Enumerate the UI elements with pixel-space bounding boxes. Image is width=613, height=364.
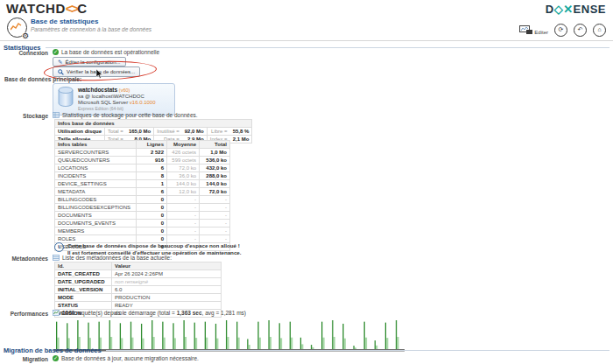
db-name: watchdocstats [78,87,117,93]
connexion-status-text: La base de données est opérationnelle [61,49,159,55]
total-value: - [200,228,230,235]
moyenne-value: - [167,204,200,212]
header-divider [0,40,613,41]
storage-tables-header-row: Infos tables Lignes Moyenne Total [55,141,230,149]
lignes-value: 0 [137,204,167,212]
moyenne-value: 599 octets [167,157,200,164]
lignes-value: 2 522 [137,149,167,157]
total-value: 72,0 ko [200,188,230,196]
table-name: INCIDENTS [55,172,137,180]
table-name: QUEUEDCOUNTERS [55,157,137,164]
metadata-row: MODEPRODUCTION [55,294,222,302]
home-button[interactable]: ⌂ [593,24,606,37]
verify-db-label: Vérifier la base de données... [67,69,135,74]
stockage-intro: Statistiques de stockage pour cette base… [53,112,198,118]
metadata-header-row: Id. Valeur [55,262,222,270]
meta-id: INITIAL_VERSION [55,286,112,294]
total-value: 1,0 Mo [200,149,230,157]
lignes-value: 0 [137,212,167,220]
check-icon-migration: ✓ [53,355,59,361]
moyenne-value: 144,0 ko [167,180,200,188]
table-name: BILLINGCODES [55,196,137,204]
metadata-row: DATE_UPGRADEDnon renseigné [55,278,222,286]
col-lignes: Lignes [137,141,167,149]
chart-line-icon [11,23,22,31]
storage-info-name: Utilisation disque [55,128,105,136]
col-moyenne: Moyenne [167,141,200,149]
section-migration-title: Migration de bases de données [4,346,102,354]
gear-icon: ⚙ [22,32,29,39]
meta-value: READY [112,302,222,310]
cell: Infos base de données [55,120,252,128]
storage-table-row: QUEUEDCOUNTERS916599 octets536,0 ko [55,157,230,164]
storage-table-row: BILLINGCODES0-- [55,196,230,204]
lignes-value: 1 [137,180,167,188]
doxense-diamond-icon: ◇ [554,3,564,16]
storage-table-row: DEVICE_SETTINGS1144,0 ko144,0 ko [55,180,230,188]
storage-table-row: INCIDENTS836,0 ko288,0 ko [55,172,230,180]
statistics-page-icon: ⚙ [7,18,27,38]
refresh-button[interactable]: ⟳ [554,24,567,37]
moyenne-value: - [167,196,200,204]
moyenne-value: 426 octets [167,149,200,157]
moyenne-value: - [167,212,200,220]
pencil-icon: ✎ [58,60,62,65]
lignes-value: 6 [137,188,167,196]
storage-table-row: MEMBERS0-- [55,228,230,235]
watchdoc-logo-o-icon: <> [66,1,78,16]
connexion-label: Connexion [0,50,48,56]
perf-total: 1,363 sec [177,310,202,316]
connexion-status: ✓ La base de données est opérationnelle [53,49,159,55]
back-button[interactable]: ↶ [574,24,587,37]
list-icon [53,255,60,261]
meta-id: MODE [55,294,112,302]
pair-label: Total = [105,128,126,136]
perf-mid-text: requête(s) depuis le démarrage (total = [74,310,176,316]
info-icon: i [54,242,64,252]
storage-dbinfo-header: Infos base de données [55,120,252,128]
table-name: SERVERCOUNTERS [55,149,137,157]
query-count: 1060 [62,310,74,316]
moyenne-value: - [167,220,200,228]
metadata-row: DATE_CREATEDApr 26 2024 2:26PM [55,270,222,278]
total-value: 536,0 ko [200,157,230,164]
perf-chart-icon [53,310,60,316]
performances-summary: 1060 requête(s) depuis le démarrage (tot… [53,310,246,316]
edit-page-label: Editer [534,30,548,35]
storage-table-row: LOCATIONS672,0 ko432,0 ko [55,164,230,172]
doxense-logo-ense: ENSE [574,3,606,16]
table-icon [53,112,60,118]
total-value: - [200,220,230,228]
lignes-value: 6 [137,164,167,172]
metadata-row: INITIAL_VERSION6.0 [55,286,222,294]
section-migration: Migration de bases de données [4,346,609,354]
watchdoc-statistics-page: WATCHD<>C D◇✕ENSE ⚙ Base de statistiques… [0,0,613,364]
edit-page-button[interactable]: Editer [519,25,548,35]
moyenne-value: 12,0 ko [167,188,200,196]
check-icon: ✓ [53,49,59,55]
pair-value: 55,8 % [230,128,252,136]
main-db-label: Base de données principale: [4,76,109,82]
table-name: DOCUMENTS [55,212,137,220]
table-name: DOCUMENTS_EVENTS [55,220,137,228]
lignes-value: 916 [137,157,167,164]
meta-value: PRODUCTION [112,294,222,302]
meta-value: Apr 26 2024 2:26PM [112,270,222,278]
doxense-logo-d: D [546,3,554,16]
section-rule2 [106,350,609,351]
edit-config-button[interactable]: ✎ Éditer la configuration... [53,57,126,66]
db-schema-version: (v60) [119,88,130,93]
maintenance-note: i Cette base de données dispose de beauc… [54,242,242,256]
doxense-x-icon: ✕ [563,3,573,16]
pair-value: 165,0 Mo [126,128,154,136]
moyenne-value: - [167,228,200,235]
storage-info-row: Utilisation disqueTotal =165,0 MoInutili… [55,128,252,136]
lignes-value: 0 [137,220,167,228]
total-value: 432,0 ko [200,164,230,172]
storage-table-row: DOCUMENTS_EVENTS0-- [55,220,230,228]
pair-value: 2,1 Mo [230,136,252,144]
performances-text: 1060 requête(s) depuis le démarrage (tot… [62,310,246,316]
storage-table-row: DOCUMENTS0-- [55,212,230,220]
lignes-value: 0 [137,196,167,204]
db-connection-string: sa @ localhost\WATCHDOC [78,94,156,100]
